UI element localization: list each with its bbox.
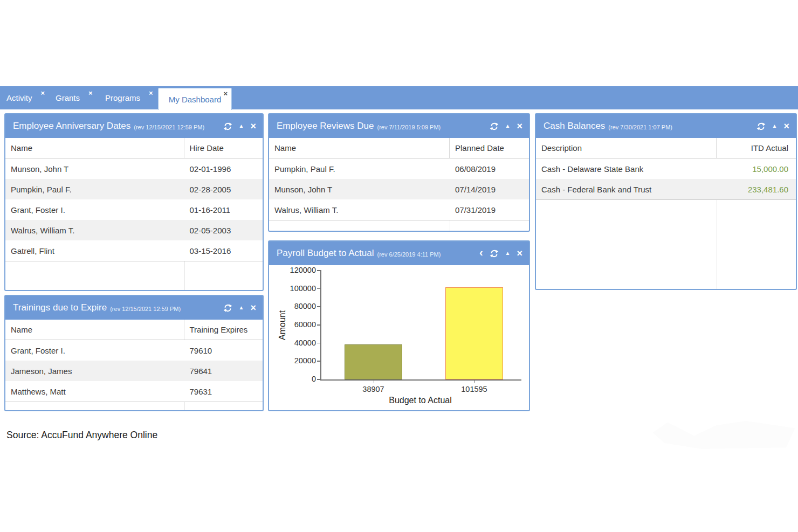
table-header-row: Name Planned Date xyxy=(269,138,529,158)
column-header[interactable]: Description xyxy=(536,138,717,158)
tab-label: Grants xyxy=(56,93,80,102)
previous-chevron-icon[interactable]: ‹ xyxy=(479,247,483,258)
widget-employee-anniversary-dates: Employee Anniversary Dates (rev 12/15/20… xyxy=(4,113,264,291)
table-row[interactable]: Pumpkin, Paul F.02-28-2005 xyxy=(5,179,263,199)
refresh-icon[interactable] xyxy=(223,122,232,131)
table-row[interactable]: Gatrell, Flint03-15-2016 xyxy=(5,240,263,261)
table-row[interactable]: Pumpkin, Paul F.06/08/2019 xyxy=(269,158,529,179)
close-icon[interactable]: × xyxy=(517,248,522,258)
table-row[interactable]: Walrus, William T.02-05-2003 xyxy=(5,220,263,240)
column-header[interactable]: Hire Date xyxy=(184,138,263,158)
close-icon[interactable]: × xyxy=(250,303,256,313)
table-row[interactable]: Matthews, Matt79631 xyxy=(5,381,263,402)
x-tick-mark xyxy=(474,379,476,383)
y-tick-mark xyxy=(317,306,321,307)
table-empty-area xyxy=(269,220,529,231)
table-header-row: Name Hire Date xyxy=(5,138,263,158)
bar-chart: Amount 020000400006000080000100000120000… xyxy=(269,265,529,410)
widget-rev-timestamp: (rev 6/25/2019 4:11 PM) xyxy=(377,250,441,258)
table-cell: Munson, John T xyxy=(269,185,450,194)
table-row[interactable]: Munson, John T07/14/2019 xyxy=(269,179,529,199)
watermark xyxy=(650,419,798,449)
table-row[interactable]: Jameson, James79641 xyxy=(5,361,263,381)
column-header[interactable]: Name xyxy=(269,138,450,158)
widget-title: Trainings due to Expire xyxy=(13,302,107,313)
table-row[interactable]: Grant, Foster I.79610 xyxy=(5,340,263,361)
close-icon[interactable]: × xyxy=(223,90,228,97)
refresh-icon[interactable] xyxy=(490,122,499,131)
table-row[interactable]: Cash - Delaware State Bank15,000.00 xyxy=(536,158,796,179)
y-tick-label: 60000 xyxy=(281,320,316,329)
widget-rev-timestamp: (rev 7/30/2021 1:07 PM) xyxy=(608,122,672,130)
bar-38907[interactable] xyxy=(345,344,402,379)
widget-rev-timestamp: (rev 7/11/2019 5:09 PM) xyxy=(377,122,441,130)
tab-grants[interactable]: Grants × xyxy=(56,86,93,109)
table-cell: 79631 xyxy=(184,387,263,396)
refresh-icon[interactable] xyxy=(756,122,766,131)
widget-title: Payroll Budget to Actual xyxy=(277,248,374,259)
column-header[interactable]: Name xyxy=(5,138,184,158)
table-cell: Walrus, William T. xyxy=(5,226,184,235)
widget-trainings-due-to-expire: Trainings due to Expire (rev 12/15/2021 … xyxy=(4,295,264,411)
close-icon[interactable]: × xyxy=(88,89,93,96)
y-tick-label: 0 xyxy=(281,375,316,383)
refresh-icon[interactable] xyxy=(223,303,232,313)
close-icon[interactable]: × xyxy=(517,121,522,131)
table-row[interactable]: Munson, John T02-01-1996 xyxy=(5,158,263,179)
table-cell: 06/08/2019 xyxy=(450,164,529,174)
collapse-icon[interactable]: ▲ xyxy=(772,123,778,129)
widget-header[interactable]: Employee Anniversary Dates (rev 12/15/20… xyxy=(5,114,263,138)
widget-header[interactable]: Cash Balances (rev 7/30/2021 1:07 PM) ▲ … xyxy=(536,114,796,138)
close-icon[interactable]: × xyxy=(250,121,256,131)
table-row[interactable]: Cash - Federal Bank and Trust233,481.60 xyxy=(536,179,796,199)
table-cell: Walrus, William T. xyxy=(269,205,450,215)
widget-title: Employee Reviews Due xyxy=(277,121,374,132)
collapse-icon[interactable]: ▲ xyxy=(505,123,511,129)
table-body: Cash - Delaware State Bank15,000.00Cash … xyxy=(536,158,796,200)
column-header[interactable]: Name xyxy=(5,320,184,340)
close-icon[interactable]: × xyxy=(783,121,789,131)
table-row[interactable]: Walrus, William T.07/31/2019 xyxy=(269,199,529,220)
tab-programs[interactable]: Programs × xyxy=(105,86,153,109)
column-header[interactable]: ITD Actual xyxy=(717,138,796,158)
widget-header[interactable]: Employee Reviews Due (rev 7/11/2019 5:09… xyxy=(269,114,529,138)
refresh-icon[interactable] xyxy=(490,249,499,258)
table-empty-area xyxy=(536,200,796,289)
close-icon[interactable]: × xyxy=(41,89,45,96)
bar-101595[interactable] xyxy=(445,287,503,379)
y-tick-mark xyxy=(317,324,321,326)
x-tick-mark xyxy=(374,379,375,383)
table-empty-area xyxy=(5,402,263,410)
y-tick-mark xyxy=(317,270,321,271)
tab-activity[interactable]: Activity × xyxy=(6,86,45,109)
table-cell: Grant, Foster I. xyxy=(5,205,184,215)
table-cell: Gatrell, Flint xyxy=(5,246,184,255)
tab-bar: Activity × Grants × Programs × My Dashbo… xyxy=(0,86,798,109)
widget-cash-balances: Cash Balances (rev 7/30/2021 1:07 PM) ▲ … xyxy=(535,113,797,290)
column-header[interactable]: Planned Date xyxy=(450,138,529,158)
widget-header[interactable]: Payroll Budget to Actual (rev 6/25/2019 … xyxy=(269,241,529,265)
column-header[interactable]: Training Expires xyxy=(184,320,263,340)
y-tick-label: 20000 xyxy=(281,356,316,365)
y-tick-label: 120000 xyxy=(281,266,316,274)
tab-label: Activity xyxy=(6,93,32,102)
collapse-icon[interactable]: ▲ xyxy=(239,305,244,310)
table-empty-area xyxy=(5,261,263,290)
tab-my-dashboard[interactable]: My Dashboard × xyxy=(158,88,232,110)
table-cell: Cash - Federal Bank and Trust xyxy=(536,185,717,194)
widget-employee-reviews-due: Employee Reviews Due (rev 7/11/2019 5:09… xyxy=(268,113,530,232)
table-cell: 02-28-2005 xyxy=(184,185,263,194)
table-cell: 15,000.00 xyxy=(717,164,796,174)
table-cell: Matthews, Matt xyxy=(5,387,184,396)
widget-header[interactable]: Trainings due to Expire (rev 12/15/2021 … xyxy=(5,296,263,320)
table-cell: 79641 xyxy=(184,367,263,376)
collapse-icon[interactable]: ▲ xyxy=(505,251,511,256)
table-row[interactable]: Grant, Foster I.01-16-2011 xyxy=(5,199,263,220)
table-cell: 03-15-2016 xyxy=(184,246,263,255)
x-axis-title: Budget to Actual xyxy=(320,396,520,405)
y-tick-mark xyxy=(317,343,321,344)
y-tick-mark xyxy=(317,361,321,362)
y-tick-label: 80000 xyxy=(281,302,316,310)
close-icon[interactable]: × xyxy=(149,89,153,96)
collapse-icon[interactable]: ▲ xyxy=(239,123,244,129)
